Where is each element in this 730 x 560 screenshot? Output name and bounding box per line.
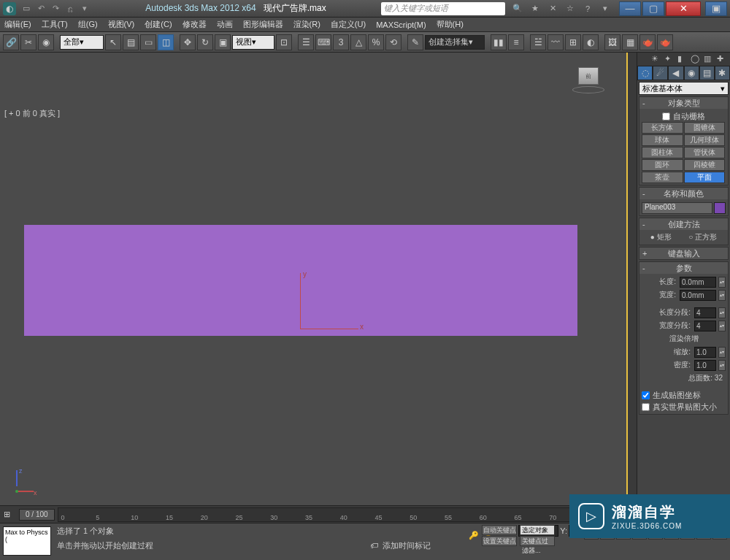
- density-spinner[interactable]: 1.0: [694, 360, 716, 371]
- btn-box[interactable]: 长方体: [642, 122, 683, 134]
- lsegs-spinner[interactable]: 4: [694, 307, 716, 318]
- track-toggle-icon[interactable]: ⊞: [0, 510, 13, 519]
- rendered-frame-icon[interactable]: ▦: [622, 34, 638, 50]
- qat-undo-icon[interactable]: ↶: [35, 3, 47, 15]
- viewcube-face[interactable]: 前: [578, 67, 599, 85]
- close-button[interactable]: ✕: [666, 1, 701, 16]
- tab-modify[interactable]: ☄: [653, 66, 668, 80]
- rollout-title-object-type[interactable]: -对象类型: [639, 97, 728, 109]
- viewcube[interactable]: 前: [572, 67, 604, 93]
- qat-link-icon[interactable]: ⎌: [64, 3, 76, 15]
- curve-editor-icon[interactable]: 〰: [548, 34, 564, 50]
- scale-spinner[interactable]: 1.0: [694, 347, 716, 358]
- select-name-icon[interactable]: ▤: [123, 34, 139, 50]
- radio-rectangle[interactable]: ● 矩形: [650, 232, 672, 242]
- menu-customize[interactable]: 自定义(U): [331, 19, 366, 30]
- maximize-button[interactable]: ▢: [642, 1, 664, 16]
- exchange-icon[interactable]: ✕: [546, 2, 559, 15]
- key-icon[interactable]: ★: [529, 2, 542, 15]
- named-sel-edit-icon[interactable]: ✎: [407, 34, 423, 50]
- menu-grapheditors[interactable]: 图形编辑器: [243, 19, 283, 30]
- rotate-icon[interactable]: ↻: [197, 34, 213, 50]
- tab-motion[interactable]: ◉: [684, 66, 699, 80]
- align-icon[interactable]: ≡: [508, 34, 524, 50]
- util-icon[interactable]: ✚: [717, 54, 727, 64]
- spinner-snap-icon[interactable]: ⟲: [385, 34, 402, 50]
- width-spinner[interactable]: 0.0mm: [680, 290, 716, 301]
- btn-teapot[interactable]: 茶壶: [642, 172, 683, 183]
- layers-icon[interactable]: ☱: [530, 34, 546, 50]
- btn-tube[interactable]: 管状体: [684, 147, 726, 158]
- length-spin-buttons[interactable]: ▴▾: [718, 277, 726, 288]
- light-icon[interactable]: ☀: [651, 54, 661, 64]
- qat-dropdown-icon[interactable]: ▾: [79, 3, 91, 15]
- minimize-button[interactable]: —: [619, 1, 641, 16]
- manipulate-icon[interactable]: ☰: [298, 34, 314, 50]
- pivot-icon[interactable]: ⊡: [276, 34, 292, 50]
- tab-display[interactable]: ▤: [699, 66, 715, 80]
- help-icon[interactable]: ?: [581, 2, 594, 15]
- material-editor-icon[interactable]: ◐: [583, 34, 599, 50]
- viewport-label[interactable]: [ + 0 前 0 真实 ]: [4, 108, 60, 119]
- realworld-checkbox[interactable]: [642, 403, 650, 411]
- help-search-input[interactable]: 键入关键字或短语: [381, 2, 505, 15]
- viewcube-ring[interactable]: [572, 86, 604, 93]
- search-icon[interactable]: 🔍: [511, 2, 524, 15]
- scale-icon[interactable]: ▣: [215, 34, 231, 50]
- caret-icon[interactable]: ▾: [599, 2, 612, 15]
- qat-open-icon[interactable]: ▭: [20, 3, 32, 15]
- timetag-icon[interactable]: 🏷: [370, 541, 378, 550]
- btn-sphere[interactable]: 球体: [642, 134, 683, 146]
- angle-snap-icon[interactable]: △: [350, 34, 366, 50]
- maxscript-listener[interactable]: Max to Physcs (: [3, 526, 51, 556]
- tab-create[interactable]: ◌: [637, 66, 653, 80]
- object-name-input[interactable]: Plane003: [642, 202, 712, 214]
- add-timetag[interactable]: 添加时间标记: [383, 540, 431, 551]
- restore-button[interactable]: ▣: [705, 1, 727, 16]
- viewport-front[interactable]: [ + 0 前 0 真实 ] 前 y x z x: [0, 53, 628, 505]
- menu-modifiers[interactable]: 修改器: [182, 19, 207, 30]
- tab-hierarchy[interactable]: ◀: [668, 66, 683, 80]
- density-spin-buttons[interactable]: ▴▾: [718, 360, 726, 371]
- menu-tools[interactable]: 工具(T): [42, 19, 68, 30]
- menu-rendering[interactable]: 渲染(R): [293, 19, 320, 30]
- rollout-title-params[interactable]: -参数: [639, 262, 728, 274]
- tab-utilities[interactable]: ✱: [715, 66, 730, 80]
- length-spinner[interactable]: 0.0mm: [680, 277, 716, 288]
- rollout-title-name-color[interactable]: -名称和颜色: [639, 188, 728, 199]
- quick-render-icon[interactable]: 🫖: [657, 34, 673, 50]
- unlink-icon[interactable]: ✂: [20, 34, 36, 50]
- object-color-swatch[interactable]: [714, 202, 726, 214]
- radio-square[interactable]: ○ 正方形: [688, 232, 717, 242]
- wand-icon[interactable]: ✦: [664, 54, 675, 64]
- menu-views[interactable]: 视图(V): [108, 19, 135, 30]
- menu-group[interactable]: 组(G): [78, 19, 98, 30]
- schematic-icon[interactable]: ⊞: [565, 34, 581, 50]
- link-icon[interactable]: 🔗: [3, 34, 19, 50]
- autokey-button[interactable]: 自动关键点: [482, 525, 517, 535]
- render-setup-icon[interactable]: 🖼: [604, 34, 620, 50]
- rollout-title-creation[interactable]: -创建方法: [639, 218, 728, 230]
- plane-object[interactable]: [24, 225, 577, 336]
- menu-maxscript[interactable]: MAXScript(M): [376, 20, 426, 29]
- globe-icon[interactable]: ◯: [691, 54, 701, 64]
- btn-torus[interactable]: 圆环: [642, 159, 683, 171]
- width-spin-buttons[interactable]: ▴▾: [718, 290, 726, 301]
- btn-plane[interactable]: 平面: [684, 172, 726, 183]
- move-icon[interactable]: ✥: [180, 34, 196, 50]
- snap-toggle-icon[interactable]: 3: [333, 34, 349, 50]
- btn-pyramid[interactable]: 四棱锥: [684, 159, 726, 171]
- key-filter-button[interactable]: 关键点过滤器...: [520, 536, 555, 546]
- select-region-rect-icon[interactable]: ▭: [140, 34, 156, 50]
- time-slider[interactable]: 0 / 100: [19, 509, 55, 521]
- gen-map-checkbox[interactable]: [642, 391, 650, 399]
- selection-filter-dropdown[interactable]: 全部 ▾: [60, 35, 104, 50]
- keyboard-shortcut-icon[interactable]: ⌨: [315, 34, 331, 50]
- menu-create[interactable]: 创建(C): [145, 19, 172, 30]
- category-dropdown[interactable]: 标准基本体▾: [639, 82, 729, 95]
- render-icon[interactable]: 🫖: [639, 34, 656, 50]
- rollout-title-keyboard[interactable]: +键盘输入: [639, 248, 728, 259]
- wsegs-spin-buttons[interactable]: ▴▾: [718, 321, 726, 331]
- keymode-icon[interactable]: 🔑: [469, 531, 479, 540]
- mirror-icon[interactable]: ▮▮: [491, 34, 507, 50]
